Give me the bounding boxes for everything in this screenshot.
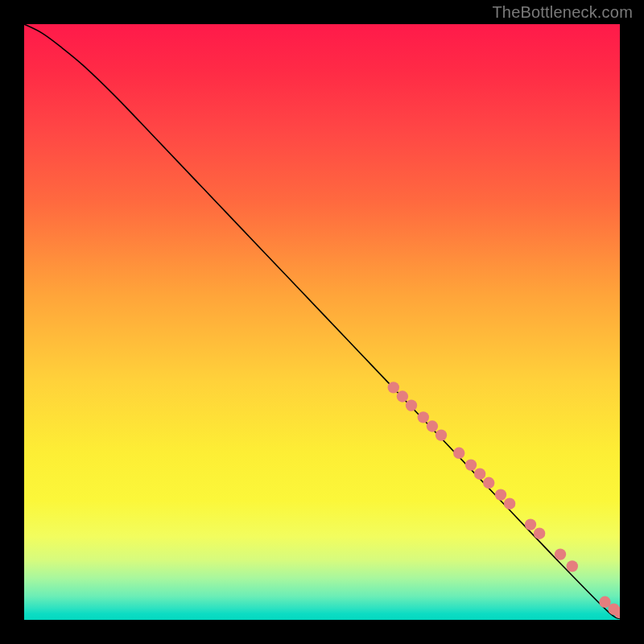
- sample-dot: [474, 469, 485, 480]
- sample-dot: [555, 548, 566, 559]
- chart-stage: TheBottleneck.com: [0, 0, 644, 644]
- sample-dot: [504, 498, 515, 510]
- curve-overlay: [24, 24, 620, 620]
- sample-dot: [388, 382, 399, 393]
- sample-dot: [418, 411, 429, 423]
- sample-dot: [525, 518, 536, 530]
- sample-dot: [534, 528, 545, 539]
- sample-dot: [567, 560, 578, 572]
- sample-dot: [397, 390, 408, 402]
- watermark-text: TheBottleneck.com: [492, 3, 633, 22]
- sample-dot: [465, 459, 477, 470]
- sample-dot: [453, 448, 464, 459]
- sample-dot: [495, 489, 506, 500]
- sample-dots-group: [388, 382, 620, 618]
- sample-dot: [436, 429, 447, 440]
- plot-area: [24, 24, 620, 620]
- sample-dot: [406, 399, 417, 411]
- sample-dot: [427, 420, 438, 431]
- sample-dot: [483, 477, 494, 489]
